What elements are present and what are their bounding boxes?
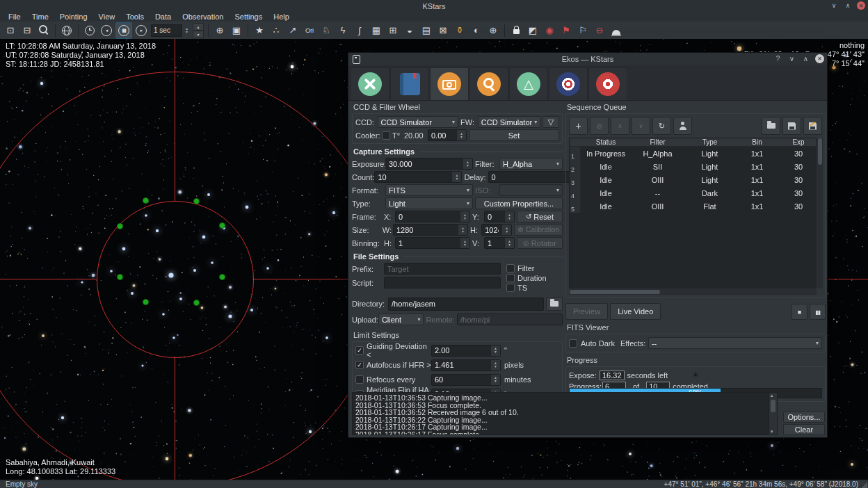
observer-button[interactable] (673, 117, 692, 135)
table-row-2[interactable]: 2IdleSIILight1x130 (570, 160, 816, 173)
frame-x-input[interactable] (396, 211, 460, 222)
observation-list-icon[interactable]: ⊠ (435, 23, 451, 38)
save-sequence-button[interactable] (782, 117, 801, 135)
constellation-lines-icon[interactable]: ϟ (335, 23, 351, 38)
frame-y-input[interactable] (485, 211, 504, 222)
tab-guide[interactable] (549, 67, 588, 100)
filter-combobox[interactable]: H_Alpha (499, 158, 563, 170)
minimize-icon[interactable]: ∨ (829, 1, 839, 10)
moon-phase-icon[interactable]: ◐ (469, 23, 484, 38)
time-pause-icon[interactable]: ▮▮ (115, 22, 132, 39)
splitter-handle[interactable]: ...... (348, 387, 827, 391)
ccd-combobox[interactable]: CCD Simulator (378, 116, 459, 128)
add-job-button[interactable] (569, 117, 588, 135)
flags-list-icon[interactable]: ▤ (419, 23, 434, 38)
menu-data[interactable]: Data (150, 13, 177, 21)
frame-y-spinbox[interactable] (484, 211, 515, 222)
spinner-arrows[interactable] (456, 130, 466, 140)
close-icon[interactable]: ✕ (857, 1, 865, 10)
temp-setpoint-spinbox[interactable] (428, 129, 467, 141)
live-video-button[interactable]: Live Video (610, 303, 661, 320)
save-sequence-as-button[interactable] (803, 117, 822, 135)
upload-combobox[interactable]: Client (378, 314, 424, 325)
custom-properties-button[interactable]: Custom Properties... (475, 197, 563, 209)
count-spinbox[interactable] (374, 171, 462, 183)
spinner-arrows[interactable] (490, 345, 500, 356)
tab-setup[interactable] (351, 67, 389, 100)
remove-job-button[interactable] (590, 117, 609, 135)
supernova-alert-icon[interactable]: ⊖ (592, 23, 607, 38)
tab-capture[interactable] (430, 67, 469, 100)
exposure-input[interactable] (386, 158, 463, 169)
milky-way-icon[interactable]: ʃ (352, 23, 367, 38)
spinner-arrows[interactable] (504, 238, 514, 248)
constellation-names-icon[interactable]: Ori (302, 23, 317, 38)
spinner-arrows[interactable] (182, 24, 191, 37)
set-temperature-button[interactable]: Set (469, 129, 559, 141)
whats-interesting-icon[interactable]: ⚱ (452, 23, 467, 38)
spinner-arrows[interactable] (451, 172, 461, 182)
spinner-arrows[interactable] (490, 375, 500, 385)
duration-suffix-checkbox[interactable] (506, 274, 515, 282)
limit-spinbox-1[interactable] (431, 359, 501, 371)
menu-view[interactable]: View (93, 13, 121, 21)
clear-button[interactable]: Clear (783, 424, 825, 435)
zoom-to-selection-icon[interactable]: ⊟ (19, 23, 35, 38)
constellation-art-icon[interactable]: ♘ (319, 23, 334, 38)
set-time-icon[interactable] (82, 23, 97, 38)
reset-jobs-button[interactable] (652, 117, 671, 135)
sequence-table[interactable]: StatusFilterTypeBinExp1In ProgressH_Alph… (569, 138, 817, 288)
limit-spinbox-2[interactable] (431, 374, 501, 386)
type-combobox[interactable]: Light (385, 197, 473, 209)
spinner-arrows[interactable] (504, 211, 514, 222)
size-h-input[interactable] (482, 225, 501, 235)
time-step-buttons[interactable]: ▴▾ (193, 23, 204, 38)
limit-input-2[interactable] (432, 375, 490, 385)
table-row-5[interactable]: 5IdleOIIIFlat1x130 (570, 200, 816, 213)
fw-combobox[interactable]: CCD Simulator (478, 116, 540, 128)
log-output[interactable]: 2018-01-13T10:36:53 Capturing image...20… (352, 392, 778, 435)
menu-observation[interactable]: Observation (177, 13, 229, 21)
table-row-3[interactable]: 3IdleOIIILight1x130 (570, 173, 816, 186)
table-row-4[interactable]: 4Idle--Dark1x130 (570, 186, 816, 200)
menu-tools[interactable]: Tools (120, 13, 150, 21)
frame-x-spinbox[interactable] (395, 211, 470, 222)
options-button[interactable]: Options... (783, 412, 825, 423)
spinner-arrows[interactable] (458, 225, 467, 235)
flag-icon[interactable]: ⚐ (575, 23, 590, 38)
size-h-spinbox[interactable] (481, 224, 512, 236)
lock-tracking-icon[interactable] (508, 23, 524, 38)
limit-spinbox-0[interactable] (431, 345, 501, 357)
move-job-up-button[interactable] (611, 117, 629, 135)
constellation-boundaries-icon[interactable]: ▦ (369, 23, 384, 38)
color-scheme-icon[interactable]: ◩ (525, 23, 540, 38)
show-stars-icon[interactable]: ★ (252, 23, 267, 38)
time-step-up-icon[interactable]: ▴ (193, 23, 204, 31)
menu-settings[interactable]: Settings (229, 13, 268, 21)
limit-checkbox-2[interactable] (355, 375, 364, 384)
reset-frame-button[interactable]: Reset (517, 211, 563, 222)
open-sequence-button[interactable] (762, 117, 780, 135)
time-step-value[interactable] (151, 24, 182, 37)
show-deep-sky-icon[interactable]: ∴ (268, 23, 284, 38)
resize-grip[interactable] (862, 482, 867, 488)
filter-suffix-checkbox[interactable] (506, 264, 515, 273)
help-icon[interactable]: ? (773, 54, 782, 63)
spinner-arrows[interactable] (463, 158, 472, 169)
script-input[interactable] (384, 277, 501, 288)
spinner-arrows[interactable] (460, 238, 469, 248)
ekos-titlebar[interactable]: Ekos — KStars ? ∨ ∧ ✕ (348, 53, 827, 66)
find-object-icon[interactable] (36, 23, 51, 38)
ekos-minimize-icon[interactable]: ∨ (787, 54, 796, 63)
temp-setpoint-input[interactable] (428, 130, 456, 140)
spinner-arrows[interactable] (490, 360, 500, 371)
auto-dark-checkbox[interactable] (569, 339, 577, 348)
center-object-icon[interactable]: ⊕ (212, 23, 227, 38)
menu-file[interactable]: File (3, 13, 26, 21)
solar-system-icon[interactable]: ◉ (542, 23, 557, 38)
spinner-arrows[interactable] (501, 225, 511, 235)
move-job-down-button[interactable] (632, 117, 650, 135)
ts-suffix-checkbox[interactable] (506, 284, 515, 292)
binning-h-spinbox[interactable] (395, 237, 470, 249)
export-sky-image-icon[interactable]: ▣ (229, 23, 244, 38)
